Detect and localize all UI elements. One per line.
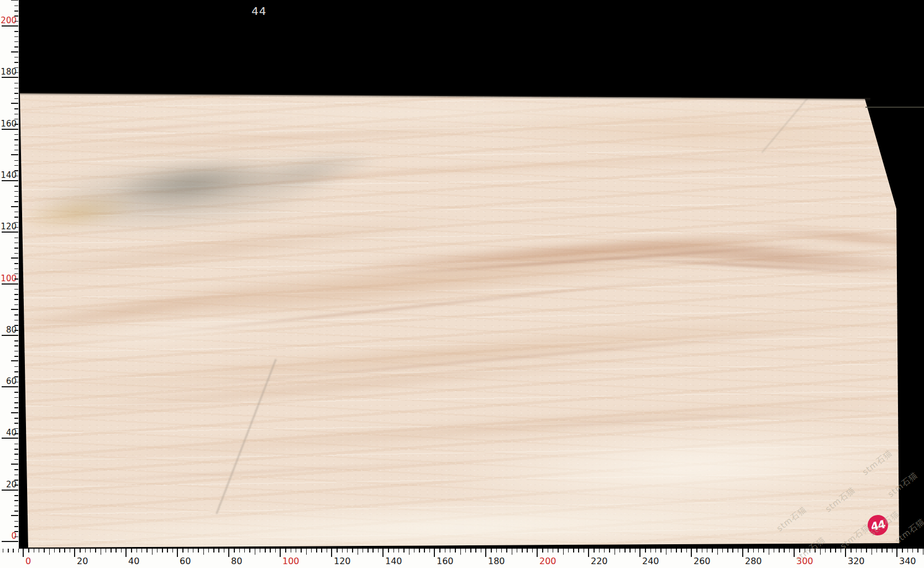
marble-vein	[14, 386, 924, 470]
ruler-tick	[14, 294, 18, 295]
ruler-tick	[14, 263, 18, 264]
ruler-tick	[14, 397, 18, 398]
marble-vein	[455, 99, 924, 160]
ruler-tick	[851, 549, 852, 553]
ruler-tick	[805, 549, 806, 553]
ruler-tick	[763, 549, 764, 553]
ruler-tick	[280, 549, 281, 557]
ruler-tick	[14, 88, 18, 89]
ruler-tick	[14, 340, 18, 341]
marble-vein	[0, 119, 552, 157]
marble-vein	[216, 359, 276, 514]
ruler-tick	[213, 549, 214, 553]
ruler-tick	[912, 549, 914, 553]
ruler-tick	[255, 549, 256, 555]
ruler-tick	[14, 428, 18, 429]
ruler-tick	[563, 549, 564, 555]
ruler-tick	[14, 93, 18, 94]
marble-vein	[15, 188, 140, 238]
ruler-tick	[712, 549, 713, 553]
ruler-tick	[660, 549, 662, 553]
ruler-tick	[881, 549, 883, 553]
ruler-tick	[14, 320, 18, 321]
ruler-tick	[306, 549, 307, 555]
ruler-tick	[11, 51, 18, 52]
ruler-tick	[578, 549, 579, 553]
ruler-tick	[732, 549, 733, 553]
ruler-tick	[249, 549, 250, 553]
ruler-tick	[779, 549, 780, 553]
ruler-tick	[650, 549, 652, 553]
ruler-tick	[14, 531, 18, 532]
ruler-tick	[14, 21, 18, 22]
ruler-tick	[14, 454, 18, 455]
ruler-tick	[14, 145, 18, 146]
ruler-tick	[424, 549, 425, 553]
marble-vein	[762, 85, 819, 153]
scanner-bed-line	[865, 107, 924, 108]
ruler-tick	[403, 549, 405, 553]
ruler-tick	[872, 549, 873, 555]
ruler-tick	[917, 549, 918, 553]
ruler-tick	[14, 98, 18, 99]
ruler-tick-label: 160	[437, 556, 454, 566]
ruler-tick	[14, 423, 18, 424]
ruler-tick	[14, 186, 18, 187]
marble-vein	[111, 143, 924, 188]
ruler-tick	[799, 549, 800, 553]
ruler-tick	[14, 475, 18, 476]
marble-vein	[3, 301, 914, 406]
ruler-tick	[14, 83, 18, 84]
ruler-tick	[14, 15, 18, 17]
ruler-tick	[624, 549, 626, 553]
ruler-tick	[14, 10, 18, 12]
ruler-tick	[368, 549, 369, 553]
ruler-tick	[414, 549, 415, 553]
ruler-tick	[841, 549, 842, 553]
ruler-tick	[14, 480, 18, 481]
ruler-tick	[491, 549, 492, 553]
ruler-tick	[49, 549, 50, 555]
ruler-tick	[696, 549, 697, 553]
ruler-tick	[39, 549, 40, 553]
ruler-tick	[11, 103, 18, 104]
ruler-tick	[635, 549, 636, 553]
ruler-tick	[203, 549, 204, 555]
ruler-tick	[270, 549, 271, 553]
ruler-tick	[14, 444, 18, 445]
ruler-tick	[141, 549, 143, 553]
ruler-tick	[14, 67, 18, 69]
ruler-tick	[742, 549, 743, 557]
ruler-tick	[198, 549, 199, 553]
ruler-tick	[11, 257, 18, 259]
ruler-tick	[101, 549, 102, 555]
ruler-tick	[14, 119, 18, 120]
marble-vein	[415, 406, 912, 434]
ruler-tick	[810, 549, 811, 553]
ruler-tick	[14, 165, 18, 166]
ruler-tick	[372, 549, 374, 553]
ruler-tick	[265, 549, 266, 553]
ruler-tick	[14, 248, 18, 249]
marble-vein	[236, 143, 383, 200]
ruler-tick-label: 220	[591, 556, 608, 566]
ruler-tick	[517, 549, 518, 553]
ruler-tick	[14, 6, 18, 7]
ruler-tick	[18, 549, 19, 553]
ruler-tick	[14, 469, 18, 470]
ruler-tick-label: 320	[848, 556, 865, 566]
ruler-tick	[753, 549, 754, 553]
ruler-tick	[14, 62, 18, 63]
ruler-tick	[23, 549, 24, 557]
ruler-tick	[2, 541, 18, 542]
ruler-tick	[568, 549, 569, 553]
ruler-tick	[342, 549, 343, 553]
marble-vein	[1, 157, 552, 208]
ruler-tick	[532, 549, 533, 553]
slab-scan-screenshot: 44 44 stm石猫stm石猫stm石猫stm石猫stm石猫stm石猫stm石…	[0, 0, 924, 568]
ruler-tick	[681, 549, 682, 553]
ruler-tick	[789, 549, 790, 553]
ruler-tick-label: 40	[128, 556, 139, 566]
marble-vein	[0, 279, 303, 339]
ruler-tick	[445, 549, 446, 553]
